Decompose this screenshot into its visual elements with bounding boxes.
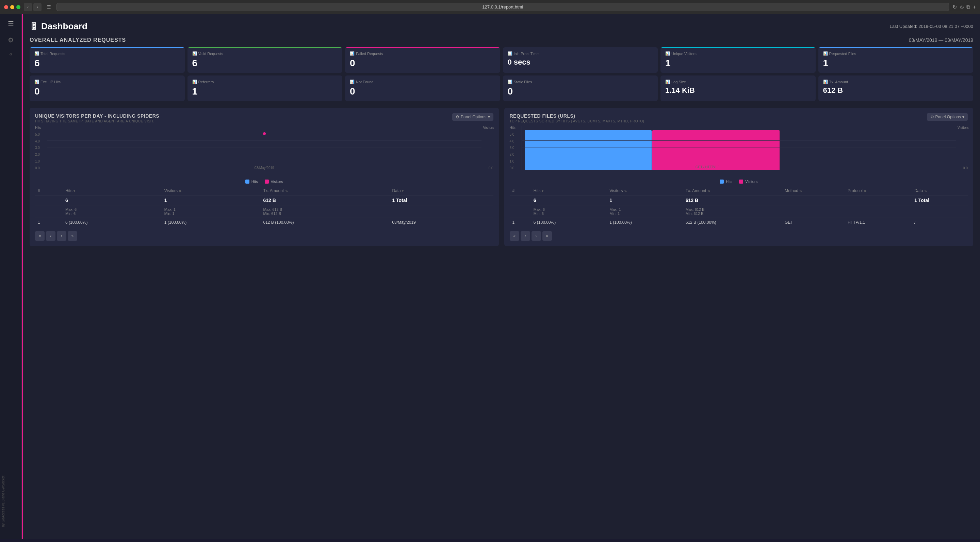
requested-files-pagination: « ‹ › » — [510, 231, 968, 241]
bar-chart-icon: 📊 — [665, 51, 670, 56]
page-prev-btn[interactable]: ‹ — [46, 231, 56, 241]
y-label-right: Visitors — [483, 126, 493, 130]
stat-failed-requests: 📊 Failed Requests 0 — [345, 47, 500, 73]
row-data: / — [912, 218, 968, 227]
table-minmax-row: Max: 6 Min: 6 Max: 1 Min: 1 Max: 612 B M… — [510, 205, 968, 218]
browser-chrome: ‹ › ☰ ↻ ⎋ ⧉ + — [0, 0, 980, 14]
row-method: GET — [782, 218, 845, 227]
cell-visitors: 1 — [162, 195, 261, 205]
page-first-btn[interactable]: « — [35, 231, 45, 241]
dropdown-icon: ▾ — [962, 114, 964, 119]
table-row: 1 6 (100.00%) 1 (100.00%) 612 B (100.00%… — [510, 218, 968, 227]
panels-grid: UNIQUE VISITORS PER DAY - INCLUDING SPID… — [30, 108, 973, 246]
stat-valid-requests: 📊 Valid Requests 6 — [188, 47, 343, 73]
settings-sub-icon[interactable]: ⚙ — [9, 52, 12, 56]
requested-files-table: # Hits ▾ Visitors ⇅ Tx. Amount ⇅ Method … — [510, 186, 968, 227]
stat-unique-visitors: 📊 Unique Visitors 1 — [660, 47, 816, 73]
stat-value: 1 — [823, 58, 969, 69]
back-button[interactable]: ‹ — [24, 3, 32, 11]
col-protocol[interactable]: Protocol ⇅ — [845, 186, 912, 195]
stat-label: 📊 Referrers — [192, 79, 338, 84]
visitors-panel-title-block: UNIQUE VISITORS PER DAY - INCLUDING SPID… — [35, 113, 159, 123]
stat-value: 0 — [508, 86, 653, 97]
col-hits[interactable]: Hits ▾ — [531, 186, 607, 195]
table-summary-row: 6 1 612 B 1 Total — [35, 195, 493, 205]
stat-referrers: 📊 Referrers 1 — [188, 76, 343, 101]
col-hits[interactable]: Hits ▾ — [63, 186, 162, 195]
close-button[interactable] — [4, 5, 8, 9]
stat-label: 📊 Init. Proc. Time — [508, 51, 653, 56]
col-method[interactable]: Method ⇅ — [782, 186, 845, 195]
stat-log-size: 📊 Log Size 1.14 KiB — [660, 76, 816, 101]
y-label-right: 0.0 — [483, 166, 493, 170]
stat-value: 6 — [192, 58, 338, 69]
y-label: 1.0 — [35, 160, 45, 163]
page-last-btn[interactable]: » — [542, 231, 552, 241]
col-visitors[interactable]: Visitors ⇅ — [607, 186, 682, 195]
visitors-chart-legend: Hits Visitors — [35, 179, 493, 184]
stat-label: 📊 Not Found — [350, 79, 495, 84]
page-first-btn[interactable]: « — [510, 231, 519, 241]
reload-icon[interactable]: ↻ — [953, 4, 957, 10]
bar-chart-icon: 📊 — [350, 79, 355, 84]
y-label-right: Visitors — [958, 126, 968, 130]
stat-value: 6 — [34, 58, 180, 69]
pip-icon[interactable]: ⧉ — [966, 4, 970, 10]
row-visitors: 1 (100.00%) — [607, 218, 682, 227]
requested-files-panel-options-btn[interactable]: ⚙ Panel Options ▾ — [927, 113, 968, 121]
col-data[interactable]: Data ▾ — [389, 186, 493, 195]
url-bar[interactable] — [56, 3, 949, 11]
stat-label: 📊 Failed Requests — [350, 51, 495, 56]
row-num: 1 — [35, 218, 63, 227]
last-updated: Last Updated: 2019-05-03 08:21:07 +0000 — [890, 24, 973, 29]
cell-tx: 612 B — [683, 195, 782, 205]
y-label: Hits — [35, 126, 45, 130]
row-protocol: HTTP/1.1 — [845, 218, 912, 227]
row-data: 03/May/2019 — [389, 218, 493, 227]
legend-hits: Hits — [720, 179, 732, 184]
app-title: Dashboard — [41, 21, 88, 32]
stat-value: 1.14 KiB — [665, 86, 811, 95]
y-label: 5.0 — [510, 133, 520, 136]
page-next-btn[interactable]: › — [531, 231, 541, 241]
visitors-panel-options-btn[interactable]: ⚙ Panel Options ▾ — [452, 113, 493, 121]
stat-value: 0 — [350, 86, 495, 97]
stat-not-found: 📊 Not Found 0 — [345, 76, 500, 101]
stat-label: 📊 Total Requests — [34, 51, 180, 56]
table-header-row: # Hits ▾ Visitors ⇅ Tx. Amount ⇅ Method … — [510, 186, 968, 195]
y-label-right: 0.0 — [958, 166, 968, 170]
col-data[interactable]: Data ⇅ — [912, 186, 968, 195]
forward-button[interactable]: › — [33, 3, 41, 11]
maximize-button[interactable] — [16, 5, 21, 9]
watermark-text: by GoAccess v1.3 and GWSocket — [0, 474, 6, 528]
cell-hits: 6 — [63, 195, 162, 205]
requested-files-panel-subtitle: TOP REQUESTS SORTED BY HITS [ AVGTS, CUM… — [510, 119, 644, 123]
page-last-btn[interactable]: » — [68, 231, 77, 241]
visitors-chart: Hits 5.0 4.0 3.0 2.0 1.0 0.0 Visitors — [35, 126, 493, 177]
y-label: 0.0 — [510, 166, 520, 170]
menu-icon[interactable]: ☰ — [8, 20, 14, 28]
y-label: 2.0 — [35, 153, 45, 157]
x-axis-label: 03/May/2019 — [255, 166, 274, 170]
sidebar: ☰ ⚙ ⚙ — [0, 14, 22, 539]
add-tab-icon[interactable]: + — [973, 4, 976, 10]
requested-files-chart: Hits 5.0 4.0 3.0 2.0 1.0 0.0 Visitors — [510, 126, 968, 177]
bar-chart-icon: 📊 — [192, 51, 197, 56]
share-icon[interactable]: ⎋ — [960, 4, 964, 10]
col-visitors[interactable]: Visitors ⇅ — [162, 186, 261, 195]
page-next-btn[interactable]: › — [57, 231, 66, 241]
col-tx-amount[interactable]: Tx. Amount ⇅ — [683, 186, 782, 195]
grid-line — [47, 162, 482, 162]
y-label: Hits — [510, 126, 520, 130]
settings-icon[interactable]: ⚙ — [8, 36, 14, 44]
sidebar-toggle[interactable]: ☰ — [45, 3, 53, 11]
visitors-panel-header: UNIQUE VISITORS PER DAY - INCLUDING SPID… — [35, 113, 493, 123]
y-axis-right: Visitors 0.0 — [483, 126, 493, 170]
grid-line — [47, 155, 482, 155]
col-tx-amount[interactable]: Tx. Amount ⇅ — [260, 186, 389, 195]
stat-value: 1 — [192, 86, 338, 97]
page-prev-btn[interactable]: ‹ — [520, 231, 530, 241]
y-label: 1.0 — [510, 160, 520, 163]
minimize-button[interactable] — [10, 5, 14, 9]
stat-value: 1 — [665, 58, 811, 69]
